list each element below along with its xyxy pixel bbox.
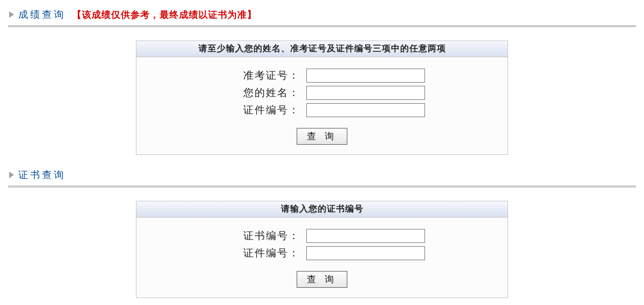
score-panel-header: 请至少输入您的姓名、准考证号及证件编号三项中的任意两项 [136,41,508,57]
cert-number-label-2: 证件编号： [219,246,300,260]
id-label: 证件编号： [219,103,300,117]
cert-number-row-2: 证件编号： [136,246,508,260]
cert-section-title: 证书查询 [18,168,66,181]
ticket-label: 准考证号： [219,69,300,83]
cert-number-row-1: 证书编号： [136,229,508,243]
arrow-right-icon [9,11,14,18]
cert-query-button[interactable]: 查 询 [297,271,348,288]
name-label: 您的姓名： [219,86,300,100]
score-button-row: 查 询 [136,128,508,145]
id-input[interactable] [306,103,425,117]
ticket-input[interactable] [306,69,425,83]
score-section-title: 成绩查询 [18,8,66,21]
ticket-row: 准考证号： [136,69,508,83]
cert-number-input-1[interactable] [306,229,425,243]
name-input[interactable] [306,86,425,100]
arrow-right-icon [9,172,14,178]
id-row: 证件编号： [136,103,508,117]
score-warning: 【该成绩仅供参考，最终成绩以证书为准】 [72,9,257,21]
divider [8,186,636,187]
cert-button-row: 查 询 [136,271,508,288]
cert-section-header: 证书查询 [8,168,636,181]
divider [8,25,636,27]
cert-panel-body: 证书编号： 证件编号： 查 询 [136,218,508,297]
cert-number-input-2[interactable] [306,246,425,260]
cert-form-panel: 请输入您的证书编号 证书编号： 证件编号： 查 询 [136,201,508,298]
score-form-panel: 请至少输入您的姓名、准考证号及证件编号三项中的任意两项 准考证号： 您的姓名： … [136,40,508,155]
score-query-button[interactable]: 查 询 [297,128,348,145]
cert-number-label-1: 证书编号： [219,229,300,243]
cert-panel-header: 请输入您的证书编号 [136,201,508,218]
score-panel-body: 准考证号： 您的姓名： 证件编号： 查 询 [136,57,508,154]
name-row: 您的姓名： [136,86,508,100]
score-section-header: 成绩查询 【该成绩仅供参考，最终成绩以证书为准】 [8,8,636,21]
